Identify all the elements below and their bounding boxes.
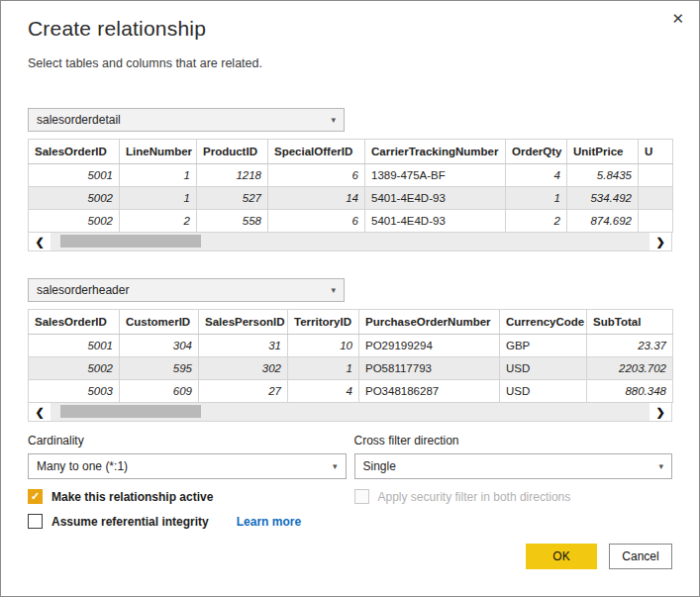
table-row: 5002 1 527 14 5401-4E4D-93 1 534.492 — [29, 187, 673, 210]
column-header[interactable]: PurchaseOrderNumber — [359, 310, 500, 335]
scroll-left-icon[interactable]: ❮ — [29, 403, 50, 421]
cardinality-dropdown-value: Many to one (*:1) — [37, 459, 128, 473]
table-cell: 5.8435 — [567, 164, 639, 187]
table-cell: 10 — [288, 335, 359, 357]
table-cell: 609 — [120, 380, 199, 403]
table-cell: 558 — [197, 210, 268, 233]
column-header[interactable]: U — [639, 140, 673, 164]
column-header[interactable]: CarrierTrackingNumber — [365, 140, 506, 164]
ok-button[interactable]: OK — [526, 544, 597, 569]
upper-table-dropdown[interactable]: salesorderdetail ▾ — [28, 108, 345, 132]
chevron-down-icon: ▾ — [333, 454, 338, 478]
learn-more-link[interactable]: Learn more — [237, 515, 301, 529]
cross-filter-label: Cross filter direction — [354, 434, 673, 448]
make-active-row: ✓ Make this relationship active — [28, 489, 347, 504]
make-active-checkbox[interactable]: ✓ — [28, 489, 43, 504]
table-header-row: SalesOrderID LineNumber ProductID Specia… — [29, 140, 673, 164]
table-cell: 6 — [268, 164, 365, 187]
scrollbar-thumb[interactable] — [60, 235, 201, 248]
table-cell: 874.692 — [567, 210, 639, 233]
column-header[interactable]: SpecialOfferID — [268, 140, 365, 164]
referential-integrity-row: Assume referential integrity Learn more — [28, 514, 347, 529]
lower-table-dropdown-value: salesorderheader — [37, 283, 129, 297]
table-cell: 5002 — [29, 357, 120, 380]
scrollbar-thumb[interactable] — [60, 405, 201, 418]
table-cell: 5001 — [29, 335, 120, 357]
cross-filter-dropdown-value: Single — [363, 459, 396, 473]
column-header[interactable]: TerritoryID — [288, 310, 359, 335]
column-header[interactable]: UnitPrice — [567, 140, 639, 164]
table-cell: USD — [500, 380, 587, 403]
scroll-left-icon[interactable]: ❮ — [29, 233, 50, 250]
cardinality-dropdown[interactable]: Many to one (*:1) ▾ — [28, 453, 347, 479]
chevron-down-icon: ▾ — [658, 454, 663, 478]
lower-table-scrollbar[interactable]: ❮ ❯ — [28, 403, 672, 422]
scrollbar-track[interactable] — [50, 403, 650, 421]
security-filter-label: Apply security filter in both directions — [378, 490, 571, 504]
table-cell: 5001 — [29, 164, 120, 187]
dialog-footer: OK Cancel — [526, 544, 672, 569]
security-filter-checkbox — [354, 489, 369, 504]
table-row: 5002 595 302 1 PO58117793 USD 2203.702 — [29, 357, 673, 380]
column-header[interactable]: SalesOrderID — [29, 140, 120, 164]
table-cell: 5002 — [29, 187, 120, 210]
table-cell: 2 — [506, 210, 567, 233]
table-row: 5001 304 31 10 PO29199294 GBP 23.37 — [29, 335, 673, 357]
lower-table-dropdown[interactable]: salesorderheader ▾ — [28, 278, 345, 302]
upper-table-scrollbar[interactable]: ❮ ❯ — [28, 233, 672, 251]
table-cell: 4 — [288, 380, 359, 403]
table-cell: PO348186287 — [359, 380, 500, 403]
table-row: 5003 609 27 4 PO348186287 USD 880.348 — [29, 380, 673, 403]
table-cell — [639, 164, 673, 187]
lower-preview-table: SalesOrderID CustomerID SalesPersonID Te… — [28, 309, 673, 403]
scrollbar-track[interactable] — [50, 233, 650, 250]
column-header[interactable]: CurrencyCode — [500, 310, 587, 335]
scroll-right-icon[interactable]: ❯ — [650, 233, 671, 250]
table-cell: 5003 — [29, 380, 120, 403]
table-cell: 595 — [120, 357, 199, 380]
table-cell: 2203.702 — [587, 357, 673, 380]
make-active-label: Make this relationship active — [51, 490, 213, 504]
table-cell: 5002 — [29, 210, 120, 233]
table-cell — [639, 210, 673, 233]
table-cell: 880.348 — [587, 380, 673, 403]
table-cell: USD — [500, 357, 587, 380]
column-header[interactable]: OrderQty — [506, 140, 567, 164]
column-header[interactable]: CustomerID — [120, 310, 199, 335]
table-cell: 1 — [288, 357, 359, 380]
table-cell: 31 — [199, 335, 288, 357]
table-cell: 1 — [120, 187, 197, 210]
column-header[interactable]: LineNumber — [120, 140, 197, 164]
table-cell: 1 — [506, 187, 567, 210]
table-cell: 2 — [120, 210, 197, 233]
table-cell — [639, 187, 673, 210]
security-filter-row: Apply security filter in both directions — [354, 489, 673, 504]
chevron-down-icon: ▾ — [331, 279, 336, 301]
table-row: 5002 2 558 6 5401-4E4D-93 2 874.692 — [29, 210, 673, 233]
table-cell: 1389-475A-BF — [365, 164, 506, 187]
table-cell: 534.492 — [567, 187, 639, 210]
column-header[interactable]: ProductID — [197, 140, 268, 164]
table-cell: 5401-4E4D-93 — [365, 210, 506, 233]
table-cell: 527 — [197, 187, 268, 210]
table-cell: 4 — [506, 164, 567, 187]
table-cell: 5401-4E4D-93 — [365, 187, 506, 210]
cardinality-label: Cardinality — [28, 434, 347, 448]
referential-integrity-checkbox[interactable] — [28, 514, 43, 529]
table-cell: PO58117793 — [359, 357, 500, 380]
create-relationship-dialog: ✕ Create relationship Select tables and … — [0, 0, 700, 597]
column-header[interactable]: SalesOrderID — [29, 310, 120, 335]
column-header[interactable]: SalesPersonID — [199, 310, 288, 335]
close-icon[interactable]: ✕ — [669, 9, 686, 28]
table-cell: GBP — [500, 335, 587, 357]
cross-filter-dropdown[interactable]: Single ▾ — [354, 453, 673, 479]
dialog-title: Create relationship — [28, 17, 672, 41]
table-cell: 1218 — [197, 164, 268, 187]
column-header[interactable]: SubTotal — [587, 310, 673, 335]
table-cell: 1 — [120, 164, 197, 187]
cancel-button[interactable]: Cancel — [609, 544, 672, 569]
referential-integrity-label: Assume referential integrity — [51, 515, 209, 529]
table-cell: 14 — [268, 187, 365, 210]
scroll-right-icon[interactable]: ❯ — [650, 403, 671, 421]
dialog-subtitle: Select tables and columns that are relat… — [28, 56, 672, 70]
